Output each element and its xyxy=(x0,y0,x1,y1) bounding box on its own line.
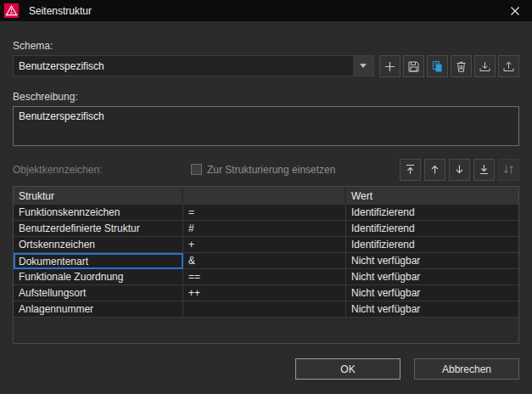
table-row[interactable]: Benutzerdefinierte Struktur # Identifizi… xyxy=(14,221,518,237)
description-textarea[interactable]: Benutzerspezifisch xyxy=(13,106,519,146)
cell-wert[interactable]: Nicht verfügbar xyxy=(346,301,518,318)
ok-button[interactable]: OK xyxy=(295,358,400,380)
cell-zeichen[interactable]: ++ xyxy=(183,285,346,301)
save-button[interactable] xyxy=(403,55,424,77)
table-row[interactable]: Anlagennummer Nicht verfügbar xyxy=(14,301,518,318)
strukturierung-checkbox[interactable]: Zur Strukturierung einsetzen xyxy=(191,164,335,176)
copy-button[interactable] xyxy=(427,55,448,77)
cell-zeichen[interactable]: = xyxy=(183,205,346,221)
cell-wert[interactable]: Identifizierend xyxy=(346,205,518,221)
schema-label: Schema: xyxy=(13,40,519,52)
table-row-selected[interactable]: Dokumentenart & Nicht verfügbar xyxy=(14,253,518,269)
schema-select[interactable]: Benutzerspezifisch xyxy=(13,55,374,76)
schema-row: Benutzerspezifisch xyxy=(13,55,519,77)
cell-struktur-focused[interactable]: Dokumentenart xyxy=(14,253,183,269)
cell-zeichen[interactable] xyxy=(183,301,346,318)
description-value: Benutzerspezifisch xyxy=(19,110,104,122)
window-title: Seitenstruktur xyxy=(29,5,92,17)
column-header-struktur[interactable]: Struktur xyxy=(14,187,183,205)
import-button[interactable] xyxy=(474,55,496,77)
close-button[interactable] xyxy=(498,0,532,21)
dialog-body: Schema: Benutzerspezifisch xyxy=(0,21,532,394)
chevron-down-icon[interactable] xyxy=(353,56,373,76)
export-icon xyxy=(502,60,515,73)
cell-wert[interactable]: Nicht verfügbar xyxy=(346,269,518,285)
schema-value: Benutzerspezifisch xyxy=(14,60,353,72)
cell-wert[interactable]: Nicht verfügbar xyxy=(346,253,518,269)
table-row[interactable]: Aufstellungsort ++ Nicht verfügbar xyxy=(14,285,518,301)
checkbox-icon[interactable] xyxy=(191,164,202,175)
order-toolbar xyxy=(400,159,519,181)
column-header-wert[interactable]: Wert xyxy=(346,187,518,205)
objektkennzeichen-table: Struktur Wert Funktionskennzeichen = Ide… xyxy=(13,186,519,344)
move-to-bottom-button[interactable] xyxy=(473,159,495,181)
cell-zeichen[interactable]: + xyxy=(183,237,346,253)
move-up-icon xyxy=(428,163,441,176)
add-button[interactable] xyxy=(379,55,400,77)
cell-struktur[interactable]: Funktionskennzeichen xyxy=(14,205,183,221)
dialog-footer: OK Abbrechen xyxy=(13,358,519,380)
app-logo-icon xyxy=(4,3,19,18)
objektkennzeichen-label: Objektkennzeichen: xyxy=(13,164,191,176)
cell-wert[interactable]: Identifizierend xyxy=(346,221,518,237)
cell-struktur[interactable]: Anlagennummer xyxy=(14,301,183,318)
cell-wert[interactable]: Identifizierend xyxy=(346,237,518,253)
cell-struktur[interactable]: Benutzerdefinierte Struktur xyxy=(14,221,183,237)
description-label: Beschreibung: xyxy=(13,91,519,103)
move-to-bottom-icon xyxy=(478,163,490,176)
move-to-top-button[interactable] xyxy=(400,159,421,181)
move-to-top-icon xyxy=(404,163,417,176)
table-row[interactable]: Funktionskennzeichen = Identifizierend xyxy=(14,205,518,221)
move-up-button[interactable] xyxy=(424,159,445,181)
cell-zeichen[interactable]: == xyxy=(183,269,346,285)
cell-struktur[interactable]: Aufstellungsort xyxy=(14,285,183,301)
seitenstruktur-dialog: Seitenstruktur Schema: Benutzerspezifisc… xyxy=(0,0,532,394)
table-row[interactable]: Funktionale Zuordnung == Nicht verfügbar xyxy=(14,269,518,285)
move-down-icon xyxy=(453,163,466,176)
table-row[interactable]: Ortskennzeichen + Identifizierend xyxy=(14,237,518,253)
column-header-zeichen[interactable] xyxy=(183,187,346,205)
import-icon xyxy=(479,60,491,73)
close-icon xyxy=(510,6,520,16)
swap-button[interactable] xyxy=(498,159,519,181)
copy-icon xyxy=(431,60,444,73)
cell-struktur[interactable]: Funktionale Zuordnung xyxy=(14,269,183,285)
cancel-button[interactable]: Abbrechen xyxy=(414,358,519,380)
add-icon xyxy=(384,60,396,73)
cell-struktur[interactable]: Ortskennzeichen xyxy=(14,237,183,253)
cell-wert[interactable]: Nicht verfügbar xyxy=(346,285,518,301)
delete-button[interactable] xyxy=(451,55,472,77)
schema-toolbar xyxy=(379,55,519,77)
export-button[interactable] xyxy=(498,55,519,77)
cell-zeichen[interactable]: # xyxy=(183,221,346,237)
cell-zeichen[interactable]: & xyxy=(183,253,346,269)
save-icon xyxy=(407,60,420,73)
strukturierung-checkbox-label: Zur Strukturierung einsetzen xyxy=(207,164,335,176)
move-down-button[interactable] xyxy=(449,159,470,181)
table-header-row: Struktur Wert xyxy=(14,187,518,205)
titlebar: Seitenstruktur xyxy=(0,0,532,21)
table-empty-area xyxy=(14,318,518,343)
swap-icon xyxy=(502,163,515,176)
delete-icon xyxy=(455,60,468,73)
objektkennzeichen-row: Objektkennzeichen: Zur Strukturierung ei… xyxy=(13,158,519,181)
